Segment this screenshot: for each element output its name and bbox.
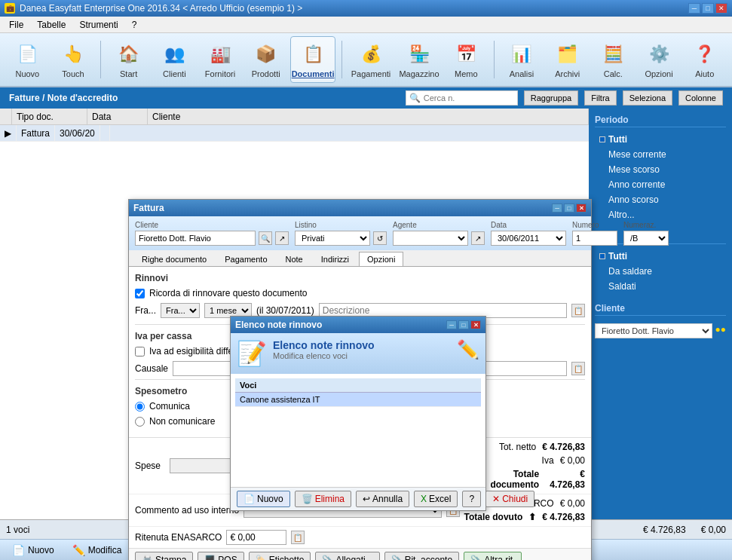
toolbar-analisi[interactable]: 📊 Analisi — [501, 36, 544, 83]
sub-chiudi-button[interactable]: ✕ Chiudi — [485, 491, 534, 507]
toolbar-calc[interactable]: 🧮 Calc. — [592, 36, 635, 83]
client-arrow-icon[interactable]: ↗ — [275, 231, 289, 245]
sub-elimina-button[interactable]: 🗑️ Elimina — [295, 491, 351, 507]
listino-select[interactable]: Privati — [295, 231, 370, 246]
periodo-anno-corrente[interactable]: Anno corrente — [595, 177, 726, 192]
altra-rit-button[interactable]: 📎 Altra rit. — [464, 552, 522, 560]
rinnovi-checkbox[interactable] — [135, 289, 145, 298]
mini-table-header: Voci — [235, 378, 481, 393]
sub-dialog-header: 📝 Elenco note rinnovo Modifica elenco vo… — [231, 333, 485, 374]
sub-maximize[interactable]: □ — [458, 320, 469, 329]
mini-table-row[interactable]: Canone assistenza IT — [235, 393, 481, 407]
stato-da-saldare[interactable]: Da saldare — [595, 264, 726, 279]
periodo-mese-corrente[interactable]: Mese corrente — [595, 147, 726, 162]
bottom-modifica[interactable]: ✏️ Modifica — [66, 543, 128, 558]
calc-label: Calc. — [604, 69, 623, 78]
toolbar-touch[interactable]: 👆 Touch — [52, 36, 95, 83]
toolbar-documenti[interactable]: 📋 Documenti — [290, 36, 335, 83]
toolbar-nuovo[interactable]: 📄 Nuovo — [6, 36, 49, 83]
data-select[interactable]: 30/06/2011 — [491, 231, 566, 246]
invoice-minimize[interactable]: ─ — [552, 203, 562, 213]
periodo-anno-scorso[interactable]: Anno scorso — [595, 192, 726, 207]
nuovo-icon: 📄 — [14, 41, 41, 68]
search-box[interactable]: 🔍 — [406, 90, 518, 106]
invoice-close[interactable]: ✕ — [576, 203, 587, 213]
toolbar-magazzino[interactable]: 🏪 Magazzino — [397, 36, 442, 83]
close-button[interactable]: ✕ — [715, 3, 727, 14]
sub-excel-button[interactable]: X Excel — [414, 491, 458, 507]
title-bar-buttons[interactable]: ─ □ ✕ — [688, 3, 727, 14]
listino-refresh-icon[interactable]: ↺ — [373, 231, 387, 245]
ritenuta-label: Ritenuta ENASARCO — [135, 532, 222, 543]
iva-checkbox[interactable] — [135, 347, 145, 357]
rit-acconto-button[interactable]: 📎 Rit. acconto — [384, 552, 459, 560]
toolbar-memo[interactable]: 📅 Memo — [445, 36, 488, 83]
toolbar-fornitori[interactable]: 🏭 Fornitori — [199, 36, 242, 83]
toolbar-archivi[interactable]: 🗂️ Archivi — [546, 36, 589, 83]
toolbar-clienti[interactable]: 👥 Clienti — [153, 36, 196, 83]
minimize-button[interactable]: ─ — [688, 3, 700, 14]
numero-input[interactable] — [572, 231, 617, 246]
cliente-dots[interactable]: ●● — [715, 324, 727, 335]
bottom-nuovo-icon: 📄 — [12, 544, 25, 556]
agente-icon[interactable]: ↗ — [471, 231, 485, 245]
agente-select[interactable] — [393, 231, 468, 246]
sub-minimize[interactable]: ─ — [446, 320, 457, 329]
stato-tutti[interactable]: Tutti — [595, 249, 726, 264]
causale-list-icon[interactable]: 📋 — [571, 362, 585, 375]
tab-indirizzi[interactable]: Indirizzi — [313, 252, 357, 266]
stato-saldati[interactable]: Saldati — [595, 279, 726, 294]
pos-button[interactable]: 🖥️ POS — [198, 552, 243, 560]
toolbar-pagamenti[interactable]: 💰 Pagamenti — [348, 36, 394, 83]
sub-dialog[interactable]: Elenco note rinnovo ─ □ ✕ 📝 Elenco note … — [230, 316, 486, 511]
stampa-button[interactable]: 🖨️ Stampa — [135, 552, 193, 560]
comunica-label: Comunica — [149, 401, 190, 412]
colonne-button[interactable]: Colonne — [678, 90, 723, 106]
client-input[interactable] — [135, 231, 256, 246]
periodo-tutti[interactable]: Tutti — [595, 132, 726, 147]
fra-select[interactable]: Fra... — [161, 303, 200, 318]
cliente-select[interactable]: Fioretto Dott. Flavio — [595, 323, 712, 338]
toolbar-aiuto[interactable]: ❓ Aiuto — [683, 36, 726, 83]
periodo-altro[interactable]: Altro... — [595, 207, 726, 222]
non-comunicare-radio[interactable] — [135, 417, 145, 427]
raggruppa-button[interactable]: Raggruppa — [524, 90, 578, 106]
search-input[interactable] — [424, 93, 514, 103]
rinnovi-checkbox-row: Ricorda di rinnovare questo documento — [135, 288, 585, 298]
sub-dialog-title-bar: Elenco note rinnovo ─ □ ✕ — [231, 317, 485, 333]
menu-file[interactable]: File — [3, 18, 29, 32]
sub-help-button[interactable]: ? — [462, 491, 481, 507]
periodo-mese-scorso[interactable]: Mese scorso — [595, 162, 726, 177]
tab-opzioni[interactable]: Opzioni — [359, 252, 403, 266]
seleziona-button[interactable]: Seleziona — [623, 90, 672, 106]
sub-dialog-buttons[interactable]: ─ □ ✕ — [446, 320, 481, 329]
tab-righe[interactable]: Righe documento — [133, 252, 215, 266]
menu-tabelle[interactable]: Tabelle — [31, 18, 72, 32]
menu-help[interactable]: ? — [126, 18, 143, 32]
toolbar-opzioni[interactable]: ⚙️ Opzioni — [638, 36, 681, 83]
sub-close[interactable]: ✕ — [470, 320, 481, 329]
tab-pagamento[interactable]: Pagamento — [216, 252, 275, 266]
invoice-dialog-buttons[interactable]: ─ □ ✕ — [552, 203, 587, 213]
ritenuta-icon[interactable]: 📋 — [291, 531, 305, 544]
sub-nuovo-button[interactable]: 📄 Nuovo — [237, 491, 290, 507]
sub-annulla-icon: ↩ — [363, 494, 370, 504]
tab-note[interactable]: Note — [277, 252, 311, 266]
toolbar-start[interactable]: 🏠 Start — [107, 36, 150, 83]
table-row[interactable]: ▶ Fattura 30/06/20 — [0, 125, 589, 142]
descrizione-list-icon[interactable]: 📋 — [571, 304, 585, 317]
invoice-maximize[interactable]: □ — [564, 203, 574, 213]
sub-annulla-button[interactable]: ↩ Annulla — [356, 491, 409, 507]
client-lookup-icon[interactable]: 🔍 — [259, 231, 272, 245]
numeraz-select[interactable]: /B — [623, 231, 669, 246]
comunica-radio[interactable] — [135, 402, 145, 412]
etichette-button[interactable]: 🏷️ Etichette — [249, 552, 311, 560]
ritenuta-input[interactable] — [226, 530, 286, 545]
bottom-nuovo[interactable]: 📄 Nuovo — [6, 543, 60, 558]
toolbar-prodotti[interactable]: 📦 Prodotti — [244, 36, 287, 83]
maximize-button[interactable]: □ — [702, 3, 714, 14]
filtra-button[interactable]: Filtra — [584, 90, 616, 106]
fornitori-icon: 🏭 — [207, 41, 234, 68]
menu-strumenti[interactable]: Strumenti — [73, 18, 124, 32]
allegati-button[interactable]: 📎 Allegati... — [315, 552, 379, 560]
